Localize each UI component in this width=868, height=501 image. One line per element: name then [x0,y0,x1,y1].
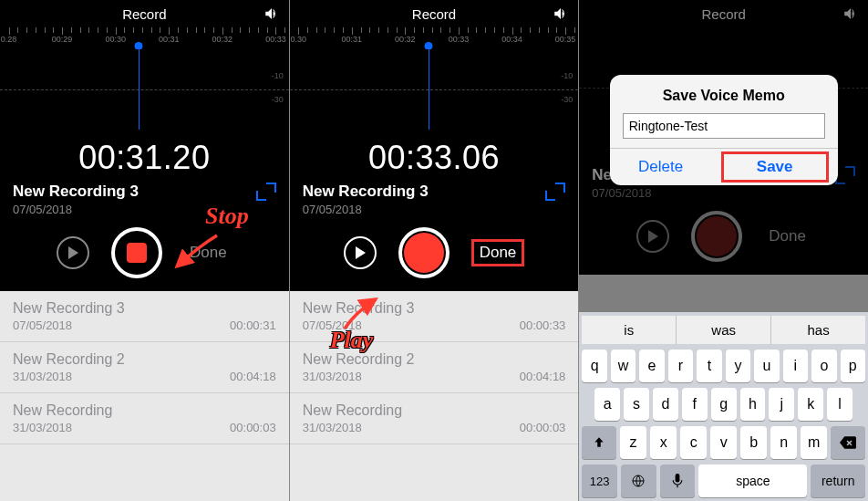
playhead [139,49,140,130]
speaker-icon[interactable] [264,5,280,22]
key[interactable]: b [740,426,767,459]
play-button[interactable] [57,236,89,269]
item-name: New Recording [303,402,566,419]
recordings-list: New Recording 307/05/201800:00:33New Rec… [290,291,579,501]
key[interactable]: z [620,426,646,459]
ruler-label: 0.28 [1,35,17,44]
shift-key[interactable] [582,426,616,459]
list-item[interactable]: New Recording 231/03/201800:04:18 [0,342,289,393]
key[interactable]: t [697,350,721,382]
delete-button[interactable]: Delete [610,149,712,185]
key[interactable]: n [770,426,797,459]
arrow-icon [171,234,221,272]
dialog-title: Save Voice Memo [610,75,838,113]
key[interactable]: c [680,426,707,459]
speaker-icon[interactable] [553,5,569,22]
list-item[interactable]: New Recording31/03/201800:00:03 [290,393,579,444]
header: Record [290,0,579,27]
numbers-key[interactable]: 123 [582,464,617,497]
item-duration: 00:00:03 [520,421,566,434]
key[interactable]: k [798,388,823,421]
space-key[interactable]: space [698,464,807,497]
crop-icon[interactable] [545,183,565,201]
ruler-label: 00:31 [341,35,362,44]
key[interactable]: j [769,388,794,421]
suggestion-bar: is was has [582,316,865,344]
mic-key[interactable] [660,464,696,497]
item-date: 07/05/2018 [13,318,72,332]
key[interactable]: o [811,350,836,382]
save-dialog: Save Voice Memo Delete Save [610,75,838,185]
suggestion[interactable]: has [770,316,865,344]
return-key[interactable]: return [811,464,865,497]
list-item[interactable]: New Recording31/03/201800:00:03 [0,393,289,444]
stop-button[interactable] [111,227,162,278]
save-button[interactable]: Save [721,151,829,183]
waveform: -10 -30 [0,49,289,130]
item-duration: 00:00:31 [230,318,276,332]
crop-icon[interactable] [256,183,276,201]
done-button[interactable]: Done [471,239,525,266]
recording-date: 07/05/2018 [303,203,429,216]
elapsed-time: 00:31.20 [0,130,289,181]
svg-rect-1 [676,474,680,483]
key[interactable]: f [682,388,708,421]
arrow-icon [339,296,381,332]
playhead [429,49,429,130]
key[interactable]: q [582,350,606,382]
header: Record [0,0,289,27]
item-date: 31/03/2018 [303,370,362,383]
list-item[interactable]: New Recording 307/05/201800:00:33 [290,291,579,342]
list-item[interactable]: New Recording 307/05/201800:00:31 [0,291,289,342]
key[interactable]: h [740,388,766,421]
ruler-label: 00:32 [212,35,233,44]
memo-name-input[interactable] [623,113,825,139]
key[interactable]: v [710,426,737,459]
key[interactable]: l [827,388,852,421]
recordings-list: New Recording 307/05/201800:00:31New Rec… [0,291,289,501]
item-date: 31/03/2018 [303,421,362,434]
ruler-label: 00:33 [449,35,470,44]
item-name: New Recording [13,402,276,419]
key[interactable]: x [650,426,677,459]
waveform: -10 -30 [290,49,579,130]
item-duration: 00:00:33 [520,318,566,332]
key[interactable]: p [841,350,865,382]
ruler-label: 00:29 [52,35,73,44]
item-date: 31/03/2018 [13,421,72,434]
key[interactable]: m [801,426,827,459]
ruler-label: 00:31 [159,35,180,44]
key[interactable]: y [726,350,750,382]
keyboard: is was has qwertyuiop asdfghjkl z x c v … [579,312,868,501]
recording-date: 07/05/2018 [13,203,139,216]
key[interactable]: u [754,350,779,382]
record-button[interactable] [398,227,450,278]
time-ruler: 0.3000:3100:3200:3300:3400:35 [290,27,579,49]
key[interactable]: g [711,388,737,421]
list-item[interactable]: New Recording 231/03/201800:04:18 [290,342,579,393]
title: Record [122,6,166,22]
playhead-dot [135,42,143,49]
time-ruler: 0.2800:2900:3000:3100:3200:33 [0,27,289,49]
play-button[interactable] [344,236,377,269]
playhead-dot [424,42,432,49]
pane-save-dialog: Record New Recording 3 07/05/2018 Done S… [578,0,868,501]
suggestion[interactable]: was [676,316,770,344]
item-name: New Recording 2 [303,351,566,368]
ruler-label: 0.30 [290,35,306,44]
key[interactable]: a [594,388,620,421]
backspace-key[interactable] [831,426,865,459]
suggestion[interactable]: is [582,316,676,344]
key[interactable]: s [624,388,649,421]
globe-key[interactable] [621,464,656,497]
ruler-label: 00:32 [395,35,416,44]
key[interactable]: w [611,350,636,382]
key[interactable]: e [639,350,664,382]
key[interactable]: d [653,388,678,421]
pane-recording-paused: Record 0.3000:3100:3200:3300:3400:35 -10… [289,0,579,501]
key[interactable]: i [783,350,808,382]
item-name: New Recording 3 [13,300,276,317]
ruler-label: 00:30 [105,35,126,44]
key[interactable]: r [668,350,693,382]
recording-name: New Recording 3 [13,183,139,201]
